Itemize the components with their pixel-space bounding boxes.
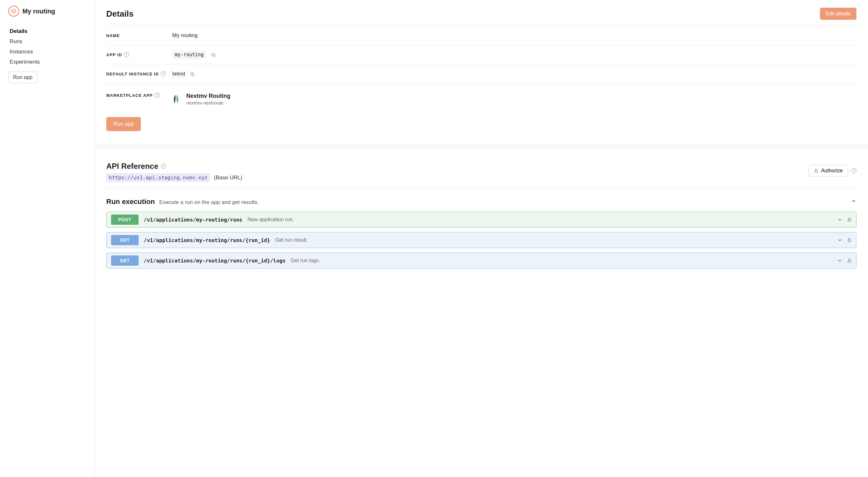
api-base-url: https://us1.api.staging.nxmv.xyz <box>106 173 210 182</box>
detail-value-name: My routing <box>172 32 197 39</box>
unlock-icon[interactable] <box>847 258 852 263</box>
endpoint-tail <box>837 258 852 264</box>
detail-label-marketplace: MARKETPLACE APP ? <box>106 93 172 98</box>
detail-row-default-instance: DEFAULT INSTANCE ID ? latest <box>106 64 857 84</box>
marketplace-id: nextmv-nextroute <box>186 100 230 105</box>
detail-value-app-id: my-routing <box>172 50 206 59</box>
svg-rect-6 <box>848 240 851 242</box>
run-execution-title: Run execution <box>106 198 155 206</box>
endpoint-path: /v1/applications/my-routing/runs <box>144 217 242 223</box>
detail-label-default-instance-text: DEFAULT INSTANCE ID <box>106 72 159 76</box>
marketplace-text: Nextmv Routing nextmv-nextroute <box>186 93 230 105</box>
page-title: Details <box>106 9 133 19</box>
nav-list: Details Runs Instances Experiments <box>8 26 86 67</box>
help-icon[interactable]: ? <box>161 71 166 76</box>
endpoint-path: /v1/applications/my-routing/runs/{run_id… <box>144 258 285 264</box>
sidebar-header: My routing <box>8 6 86 16</box>
endpoint-tail <box>837 217 852 223</box>
app-title: My routing <box>22 8 55 15</box>
svg-rect-7 <box>848 260 851 262</box>
unlock-icon <box>814 169 818 173</box>
endpoint-tail <box>837 237 852 243</box>
api-section: API Reference ? https://us1.api.staging.… <box>106 149 857 269</box>
endpoint-desc: Get run logs. <box>290 258 832 264</box>
nav-item-experiments[interactable]: Experiments <box>8 57 86 67</box>
authorize-label: Authorize <box>821 168 843 174</box>
main-content: Details Edit details NAME My routing APP… <box>95 0 868 477</box>
endpoint-row[interactable]: GET/v1/applications/my-routing/runs/{run… <box>106 252 857 269</box>
method-badge: GET <box>111 255 138 266</box>
unlock-icon[interactable] <box>847 217 852 222</box>
run-execution-desc: Execute a run on the app and get results… <box>159 199 259 206</box>
authorize-button[interactable]: Authorize <box>808 165 848 176</box>
api-base-url-label: (Base URL) <box>214 175 242 181</box>
section-divider-band <box>95 144 868 149</box>
chevron-down-icon[interactable] <box>837 217 843 223</box>
endpoint-row[interactable]: POST/v1/applications/my-routing/runsNew … <box>106 212 857 228</box>
detail-value-default-instance[interactable]: latest <box>172 71 185 77</box>
nav-item-details[interactable]: Details <box>8 26 86 36</box>
chevron-up-icon[interactable] <box>851 198 857 204</box>
svg-rect-4 <box>815 170 817 172</box>
api-title-text: API Reference <box>106 162 158 171</box>
nav-item-instances[interactable]: Instances <box>8 47 86 57</box>
run-app-main-button[interactable]: Run app <box>106 117 141 131</box>
copy-icon[interactable] <box>211 53 216 58</box>
edit-details-button[interactable]: Edit details <box>820 8 857 20</box>
marketplace-name: Nextmv Routing <box>186 93 230 99</box>
detail-row-app-id: APP ID ? my-routing <box>106 45 857 64</box>
detail-label-app-id-text: APP ID <box>106 53 122 57</box>
detail-value-default-instance-wrap: latest <box>172 71 195 77</box>
endpoint-path: /v1/applications/my-routing/runs/{run_id… <box>144 237 270 243</box>
chevron-down-icon[interactable] <box>837 237 843 243</box>
help-icon[interactable]: ? <box>155 93 160 98</box>
detail-label-default-instance: DEFAULT INSTANCE ID ? <box>106 71 172 76</box>
chevron-down-icon[interactable] <box>837 258 843 264</box>
endpoint-row[interactable]: GET/v1/applications/my-routing/runs/{run… <box>106 232 857 248</box>
run-execution-header[interactable]: Run execution Execute a run on the app a… <box>106 198 857 206</box>
detail-value-app-id-wrap: my-routing <box>172 52 216 58</box>
nav-item-runs[interactable]: Runs <box>8 36 86 47</box>
detail-label-name: NAME <box>106 33 172 38</box>
detail-row-name: NAME My routing <box>106 26 857 45</box>
sidebar: My routing Details Runs Instances Experi… <box>0 0 95 477</box>
api-url-row: https://us1.api.staging.nxmv.xyz (Base U… <box>106 173 242 182</box>
svg-rect-5 <box>848 219 851 221</box>
leaf-icon <box>172 94 180 104</box>
app-cube-icon <box>8 6 19 16</box>
api-title: API Reference ? <box>106 162 242 171</box>
marketplace-content: Nextmv Routing nextmv-nextroute <box>172 93 230 105</box>
divider <box>106 188 857 188</box>
help-icon[interactable]: ? <box>124 52 129 57</box>
method-badge: GET <box>111 235 138 245</box>
endpoints-list: POST/v1/applications/my-routing/runsNew … <box>106 212 857 269</box>
page-header: Details Edit details <box>106 8 857 26</box>
unlock-icon[interactable] <box>847 238 852 242</box>
detail-label-marketplace-text: MARKETPLACE APP <box>106 93 153 98</box>
method-badge: POST <box>111 214 138 225</box>
endpoint-desc: New application run. <box>247 217 832 223</box>
run-app-sidebar-button[interactable]: Run app <box>8 72 37 83</box>
detail-row-marketplace: MARKETPLACE APP ? Nextmv Routing nextmv-… <box>106 84 857 117</box>
detail-label-app-id: APP ID ? <box>106 52 172 57</box>
help-icon[interactable]: ? <box>161 164 166 169</box>
help-icon[interactable]: ? <box>851 168 857 173</box>
copy-icon[interactable] <box>190 72 195 77</box>
endpoint-desc: Get run result. <box>275 237 832 243</box>
